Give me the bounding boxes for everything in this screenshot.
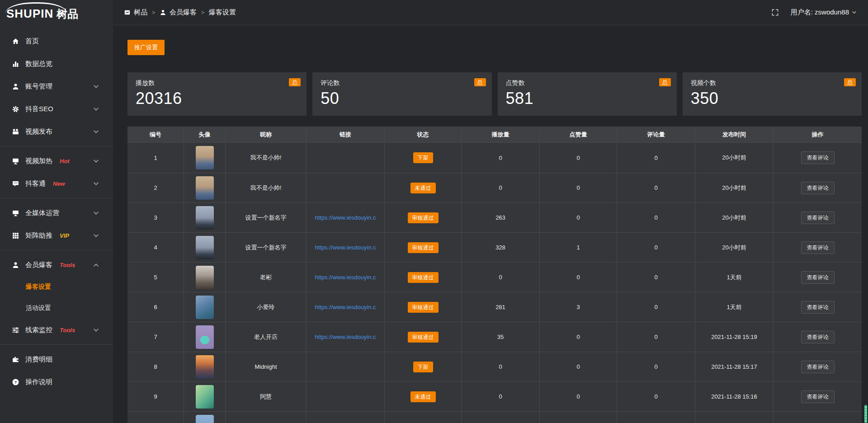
sidebar-item-13[interactable]: 线索监控Tools [0,319,113,341]
sidebar-divider [0,198,113,198]
sidebar-item-label: 操作说明 [25,378,52,386]
promotion-settings-button[interactable]: 推广设置 [127,40,165,55]
table-row-9: 9阿慧未通过0002021-11-28 15:16查看评论 [127,381,862,411]
sidebar-item-label: 视频发布 [25,127,52,136]
status-button[interactable]: 审核通过 [408,212,439,223]
sidebar-subitem-0[interactable]: 爆客设置 [0,276,113,297]
username-label: 用户名: zswodun88 [791,8,849,17]
column-header-6: 点赞量 [540,127,617,142]
status-button[interactable]: 审核通过 [408,332,439,343]
view-comments-button[interactable]: 查看评论 [801,361,835,373]
chevron-down-icon [92,180,100,188]
plays-count: 0 [499,184,502,191]
fullscreen-icon[interactable] [771,9,779,16]
total-badge: 总 [844,78,856,86]
topbar-right: 用户名: zswodun88 [771,8,857,17]
view-comments-button[interactable]: 查看评论 [801,271,835,284]
sidebar-item-9[interactable]: 全媒体运营 [0,202,113,224]
breadcrumb: 树品>会员爆客>爆客设置 [124,8,236,17]
table-row-3: 3设置一个新名字https://www.iesdouyin.c审核通过26300… [127,202,862,232]
sidebar-item-badge: Hot [60,158,70,164]
likes-count: 3 [576,304,580,310]
chevron-down-icon [851,9,857,15]
view-comments-button[interactable]: 查看评论 [801,331,835,343]
stat-card-value: 581 [506,89,669,108]
breadcrumb-item-2[interactable]: 爆客设置 [209,8,236,17]
video-link[interactable]: https://www.iesdouyin.c [315,214,376,221]
publish-time: 2021-11-28 15:17 [711,363,757,370]
video-link[interactable]: https://www.iesdouyin.c [315,334,376,340]
plays-count: 0 [499,274,502,281]
sidebar-item-2[interactable]: 账号管理 [0,75,113,98]
topbar: 树品>会员爆客>爆客设置 用户名: zswodun88 [113,0,868,25]
status-button[interactable]: 下架 [413,152,433,163]
sidebar-item-0[interactable]: 首页 [0,30,113,52]
chevron-down-icon [92,105,100,113]
row-id: 7 [154,334,157,340]
stat-card-3: 视频个数总350 [683,72,862,116]
svg-text:?: ? [14,379,17,384]
status-button[interactable]: 未通过 [410,391,436,402]
sidebar-item-label: 消费明细 [25,355,52,364]
status-button[interactable]: 审核通过 [408,302,439,313]
sidebar-item-10[interactable]: 矩阵助推VIP [0,224,113,247]
sidebar-item-label: 数据总览 [25,60,52,68]
status-button[interactable]: 下架 [413,362,433,372]
likes-count: 0 [576,334,580,340]
comments-count: 0 [654,334,657,340]
plays-count: 328 [495,244,505,251]
video-link[interactable]: https://www.iesdouyin.c [315,304,376,310]
sidebar-item-15[interactable]: 消费明细 [0,348,113,371]
row-id: 5 [154,274,157,281]
sidebar-item-12[interactable]: 会员爆客Tools [0,254,113,276]
column-header-1: 头像 [184,127,226,142]
chevron-down-icon [92,232,100,240]
sidebar-item-16[interactable]: ?操作说明 [0,371,113,393]
scrollbar-thumb[interactable] [864,405,867,423]
video-link[interactable]: https://www.iesdouyin.c [315,274,376,281]
stat-card-label: 点赞数 [506,79,669,87]
home-icon [12,38,19,45]
view-comments-button[interactable]: 查看评论 [801,151,835,164]
sidebar-item-label: 首页 [25,37,39,46]
chat-icon [12,180,19,188]
nickname: 老彬 [260,273,272,282]
stat-card-label: 评论数 [321,79,483,87]
status-button[interactable]: 未通过 [410,183,436,193]
total-badge: 总 [474,78,486,86]
sidebar-item-7[interactable]: 抖客通New [0,172,113,195]
table-row-1: 1我不是小帅!下架00020小时前查看评论 [127,143,862,173]
view-comments-button[interactable]: 查看评论 [801,241,835,254]
monitor-heat-icon [12,157,19,165]
row-id: 6 [154,304,157,310]
sidebar-subitem-1[interactable]: 活动设置 [0,297,113,319]
sidebar-item-3[interactable]: 抖音SEO [0,98,113,120]
sidebar-item-badge: Tools [60,262,75,268]
sidebar-item-4[interactable]: 视频发布 [0,120,113,143]
breadcrumb-item-1[interactable]: 会员爆客 [160,8,197,17]
avatar-image [196,176,214,200]
view-comments-button[interactable]: 查看评论 [801,390,835,403]
member-icon [160,9,166,16]
plays-count: 0 [499,363,502,370]
grid-icon [12,232,19,240]
publish-time: 20小时前 [722,184,746,192]
view-comments-button[interactable]: 查看评论 [801,212,835,224]
screen-icon [12,209,19,217]
gear-icon [12,105,19,113]
view-comments-button[interactable]: 查看评论 [801,182,835,194]
sidebar-item-6[interactable]: 视频加热Hot [0,150,113,172]
breadcrumb-item-0[interactable]: 树品 [124,8,147,17]
status-button[interactable]: 审核通过 [408,272,439,283]
sidebar-item-badge: VIP [60,232,69,239]
sidebar-item-label: 视频加热 [25,157,52,165]
table-header: 编号头像昵称链接状态播放量点赞量评论量发布时间操作 [127,127,862,143]
status-button[interactable]: 审核通过 [408,242,439,253]
video-link[interactable]: https://www.iesdouyin.c [315,244,376,251]
view-comments-button[interactable]: 查看评论 [801,301,835,314]
user-menu[interactable]: 用户名: zswodun88 [791,8,857,17]
chevron-up-icon [92,261,100,269]
column-header-2: 昵称 [226,127,307,142]
member-icon [12,261,19,269]
sidebar-item-1[interactable]: 数据总览 [0,52,113,75]
